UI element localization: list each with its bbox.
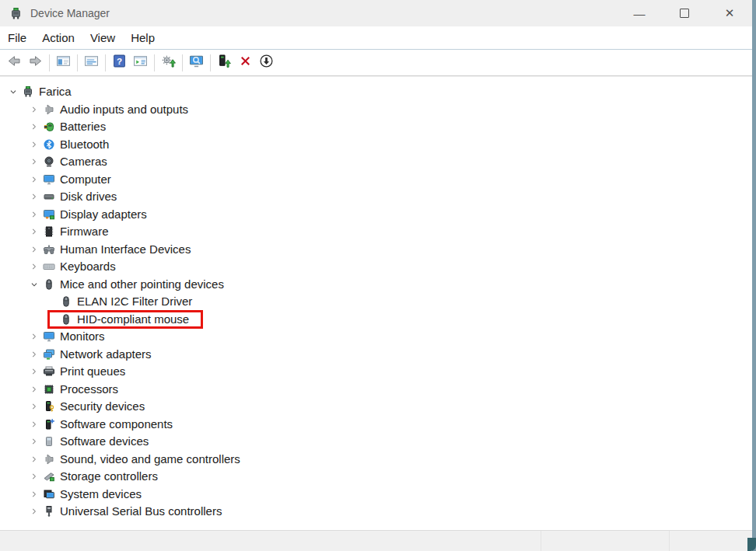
- toolbar-separator: [77, 54, 78, 71]
- tree-item-label: Print queues: [60, 363, 125, 380]
- audio-icon: [43, 103, 55, 116]
- mouse-icon: [43, 278, 55, 291]
- update-driver-icon: [217, 54, 232, 71]
- toolbar-remote-computer-button[interactable]: [186, 52, 207, 73]
- network-icon: [43, 348, 55, 361]
- menu-item-view[interactable]: View: [82, 30, 123, 46]
- tree-item-label: Universal Serial Bus controllers: [60, 503, 222, 520]
- scan-hardware-icon: [161, 54, 176, 71]
- toolbar-back-button[interactable]: [4, 52, 25, 73]
- chevron-right-icon[interactable]: [26, 418, 43, 431]
- tree-item-label: Storage controllers: [60, 468, 158, 485]
- tree-item-audio-inputs-and-outputs[interactable]: Audio inputs and outputs: [0, 101, 752, 119]
- tree-item-hid-compliant-mouse[interactable]: HID-compliant mouse: [0, 311, 752, 329]
- tree-item-farica[interactable]: Farica: [0, 83, 752, 101]
- tree-item-processors[interactable]: Processors: [0, 381, 752, 399]
- tree-item-cameras[interactable]: Cameras: [0, 153, 752, 171]
- tree-item-label: HID-compliant mouse: [77, 311, 189, 328]
- chevron-right-icon[interactable]: [26, 190, 43, 203]
- tree-item-system-devices[interactable]: System devices: [0, 486, 752, 504]
- tree-item-storage-controllers[interactable]: Storage controllers: [0, 468, 752, 486]
- toolbar-show-action-pane-button[interactable]: [130, 52, 151, 73]
- chevron-right-icon[interactable]: [26, 138, 43, 151]
- toolbar-properties-button[interactable]: [81, 52, 102, 73]
- tree-item-label: Disk drives: [60, 188, 117, 205]
- minimize-button[interactable]: —: [617, 0, 662, 26]
- chevron-right-icon[interactable]: [26, 208, 43, 221]
- menubar: FileActionViewHelp: [0, 26, 752, 50]
- tree-item-human-interface-devices[interactable]: Human Interface Devices: [0, 241, 752, 259]
- remote-computer-icon: [189, 54, 204, 71]
- toolbar-disable-device-button[interactable]: [256, 52, 277, 73]
- action-pane-icon: [133, 54, 148, 71]
- chevron-right-icon[interactable]: [26, 505, 43, 518]
- toolbar-help-button[interactable]: ?: [109, 52, 130, 73]
- computer-icon: [43, 173, 55, 186]
- tree-item-batteries[interactable]: Batteries: [0, 118, 752, 136]
- chevron-right-icon[interactable]: [26, 225, 43, 238]
- tree-item-display-adapters[interactable]: Display adapters: [0, 206, 752, 224]
- forward-arrow-icon: [28, 54, 43, 71]
- tree-item-label: System devices: [60, 486, 142, 503]
- tree-item-print-queues[interactable]: Print queues: [0, 363, 752, 381]
- menu-item-action[interactable]: Action: [34, 30, 82, 46]
- chevron-right-icon[interactable]: [26, 488, 43, 500]
- chevron-right-icon[interactable]: [26, 173, 43, 186]
- chevron-right-icon[interactable]: [26, 120, 43, 133]
- chevron-down-icon[interactable]: [5, 85, 22, 98]
- mouse-icon: [60, 313, 72, 326]
- statusbar-section: [670, 531, 752, 551]
- chevron-right-icon[interactable]: [26, 348, 43, 361]
- svg-text:?: ?: [117, 56, 122, 66]
- toolbar-forward-button[interactable]: [25, 52, 46, 73]
- chevron-right-icon[interactable]: [26, 383, 43, 396]
- tree-item-sound-video-and-game-controllers[interactable]: Sound, video and game controllers: [0, 451, 752, 469]
- window-controls: — ✕: [617, 0, 752, 26]
- toolbar-scan-for-hardware-changes-button[interactable]: [158, 52, 179, 73]
- titlebar: Device Manager — ✕: [0, 0, 752, 26]
- tree-item-security-devices[interactable]: Security devices: [0, 398, 752, 416]
- tree-item-label: Software devices: [60, 433, 149, 450]
- tree-item-elan-i2c-filter-driver[interactable]: ELAN I2C Filter Driver: [0, 293, 752, 311]
- tree-item-mice-and-other-pointing-devices[interactable]: Mice and other pointing devices: [0, 276, 752, 294]
- sound-icon: [43, 453, 55, 466]
- tree-item-label: Firmware: [60, 223, 109, 240]
- tree-item-universal-serial-bus-controllers[interactable]: Universal Serial Bus controllers: [0, 503, 752, 521]
- menu-item-file[interactable]: File: [0, 30, 34, 46]
- tree-item-firmware[interactable]: Firmware: [0, 223, 752, 241]
- chevron-right-icon[interactable]: [26, 243, 43, 256]
- usb-icon: [43, 505, 55, 518]
- mouse-icon: [60, 295, 72, 308]
- close-button[interactable]: ✕: [707, 0, 752, 26]
- tree-item-label: Network adapters: [60, 346, 152, 363]
- tree-item-disk-drives[interactable]: Disk drives: [0, 188, 752, 206]
- toolbar-update-driver-button[interactable]: [214, 52, 235, 73]
- chevron-right-icon[interactable]: [26, 453, 43, 466]
- chevron-right-icon[interactable]: [26, 435, 43, 448]
- chevron-down-icon[interactable]: [26, 278, 43, 291]
- maximize-button[interactable]: [662, 0, 707, 26]
- toolbar-show-console-tree-button[interactable]: [53, 52, 74, 73]
- chevron-spacer: [43, 295, 60, 308]
- tree-item-keyboards[interactable]: Keyboards: [0, 258, 752, 276]
- chevron-right-icon[interactable]: [26, 330, 43, 343]
- device-tree: FaricaAudio inputs and outputsBatteriesB…: [0, 76, 752, 530]
- chevron-right-icon[interactable]: [26, 400, 43, 413]
- tree-item-bluetooth[interactable]: Bluetooth: [0, 136, 752, 154]
- chevron-right-icon[interactable]: [26, 260, 43, 273]
- tree-item-network-adapters[interactable]: Network adapters: [0, 346, 752, 364]
- chevron-right-icon[interactable]: [26, 155, 43, 168]
- chevron-right-icon[interactable]: [26, 470, 43, 483]
- tree-item-label: Monitors: [60, 328, 105, 345]
- chevron-right-icon[interactable]: [26, 365, 43, 378]
- tree-item-software-devices[interactable]: Software devices: [0, 433, 752, 451]
- tree-item-monitors[interactable]: Monitors: [0, 328, 752, 346]
- toolbar: ?: [0, 50, 752, 76]
- toolbar-uninstall-device-button[interactable]: [235, 52, 256, 73]
- chevron-right-icon[interactable]: [26, 103, 43, 116]
- menu-item-help[interactable]: Help: [123, 30, 163, 46]
- maximize-icon: [680, 9, 689, 18]
- tree-item-computer[interactable]: Computer: [0, 171, 752, 189]
- tree-item-software-components[interactable]: Software components: [0, 416, 752, 434]
- device-manager-icon: [9, 7, 23, 20]
